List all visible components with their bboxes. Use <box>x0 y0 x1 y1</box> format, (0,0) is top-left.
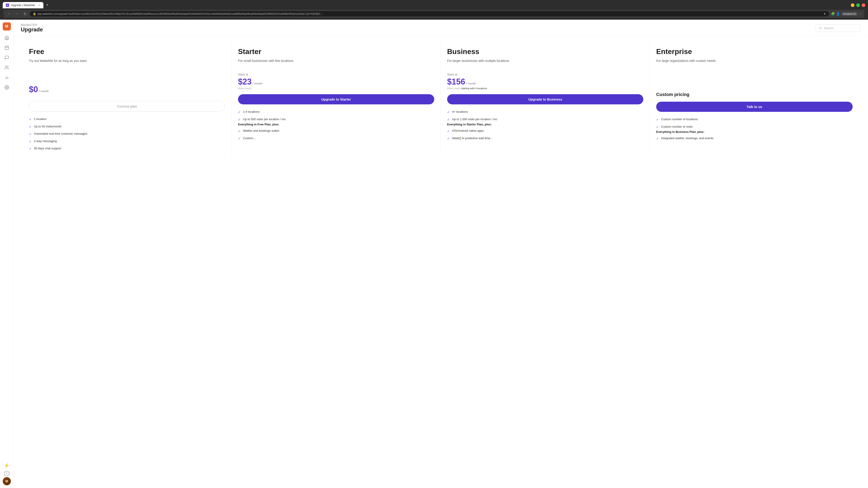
svg-line-10 <box>821 29 822 29</box>
business-starts-at: Starts at <box>447 73 643 76</box>
sidebar-item-home[interactable] <box>2 33 11 42</box>
check-icon: ✓ <box>447 136 450 141</box>
business-features-list: ✓ 4+ locations ✓ Up to 1,000 visits per … <box>447 110 643 122</box>
free-price-row: $0 / month <box>29 85 225 94</box>
browser-chrome: W Upgrade | Waitwhile × + ← → ↻ 🔒 app.wa… <box>0 0 868 20</box>
plan-starter: Starter For small businesses with few lo… <box>232 43 441 156</box>
check-icon: ✓ <box>238 118 241 122</box>
enterprise-plan-name: Enterprise <box>656 47 852 56</box>
business-plan-name: Business <box>447 47 643 56</box>
check-icon: ✓ <box>447 129 450 133</box>
business-feature-1-text: 4+ locations <box>452 110 468 114</box>
business-extra-1-text: iOS/Android native apps <box>452 129 484 133</box>
business-price-row: $156 / month <box>447 77 643 87</box>
check-icon: ✓ <box>29 132 32 136</box>
header-left: Moodjoy7434 Upgrade <box>21 23 43 33</box>
plans-grid: Free Try out Waitwhile for as long as yo… <box>23 43 859 156</box>
starter-feature-1-text: 1-4 locations <box>243 110 260 114</box>
business-extra-feature-1: ✓ iOS/Android native apps <box>447 129 643 133</box>
tab-label: Upgrade | Waitwhile <box>11 4 35 7</box>
nav-actions: 🧩 👤 Incognito (2) ⋮ <box>831 12 862 15</box>
free-feature-1: ✓ 1 location <box>29 117 225 122</box>
business-extra-2-text: WaitIQ AI predictive wait time... <box>452 136 493 140</box>
enterprise-plan-desc: For large organizations with custom need… <box>656 59 852 69</box>
sidebar-lightning[interactable]: ⚡ <box>2 461 11 470</box>
page-header: Moodjoy7434 Upgrade Search... <box>13 20 868 36</box>
forward-button[interactable]: → <box>14 11 20 16</box>
starter-feature-2-text: Up to 500 visits per location / mo <box>243 117 286 121</box>
check-icon: ✓ <box>238 110 241 115</box>
sidebar-help[interactable]: ? <box>4 471 9 476</box>
maximize-button[interactable] <box>856 3 860 7</box>
starter-feature-1: ✓ 1-4 locations <box>238 110 434 115</box>
free-plan-desc: Try out Waitwhile for as long as you wan… <box>29 59 225 69</box>
starter-features-heading: Everything in Free Plan, plus: <box>238 123 434 126</box>
starter-extra-1-text: Waitlist and bookings suites <box>243 129 279 133</box>
business-period: / month <box>466 82 476 85</box>
browser-nav: ← → ↻ 🔒 app.waitwhile.com/upgrade?authTo… <box>4 10 864 18</box>
enterprise-feature-1-text: Custom number of locations <box>661 117 698 121</box>
free-price: $0 <box>29 85 38 94</box>
free-feature-3: ✓ Automated real time customer messages <box>29 132 225 136</box>
back-button[interactable]: ← <box>6 11 12 16</box>
starter-extra-features-list: ✓ Waitlist and bookings suites ✓ Custom.… <box>238 129 434 141</box>
plan-free: Free Try out Waitwhile for as long as yo… <box>23 43 232 156</box>
business-extra-feature-2: ✓ WaitIQ AI predictive wait time... <box>447 136 643 141</box>
active-tab[interactable]: W Upgrade | Waitwhile × <box>3 2 43 8</box>
plan-enterprise: Enterprise For large organizations with … <box>650 43 859 156</box>
upgrade-business-button[interactable]: Upgrade to Business <box>447 94 643 104</box>
sidebar-item-users[interactable] <box>2 63 11 72</box>
starter-features-list: ✓ 1-4 locations ✓ Up to 500 visits per l… <box>238 110 434 122</box>
enterprise-features-list: ✓ Custom number of locations ✓ Custom nu… <box>656 117 852 129</box>
check-icon: ✓ <box>29 125 32 129</box>
sidebar-item-calendar[interactable] <box>2 43 11 52</box>
svg-point-9 <box>819 27 822 29</box>
enterprise-extra-1-text: Integrated waitlist, bookings, and event… <box>661 136 713 140</box>
sidebar-user-avatar[interactable]: M <box>3 477 11 485</box>
svg-point-4 <box>5 66 7 68</box>
business-extra-features-list: ✓ iOS/Android native apps ✓ WaitIQ AI pr… <box>447 129 643 141</box>
close-button[interactable] <box>862 3 865 7</box>
sidebar-item-chat[interactable] <box>2 53 11 62</box>
new-tab-button[interactable]: + <box>44 2 51 8</box>
enterprise-feature-1: ✓ Custom number of locations <box>656 117 852 122</box>
menu-icon[interactable]: ⋮ <box>859 12 862 15</box>
free-feature-5: ✓ 30 days chat support <box>29 147 225 151</box>
check-icon: ✓ <box>447 118 450 122</box>
app-container: M ⚡ ? M Moodj <box>0 20 868 488</box>
business-feature-2: ✓ Up to 1,000 visits per location / mo <box>447 117 643 122</box>
browser-tabs: W Upgrade | Waitwhile × + <box>3 2 51 8</box>
window-controls <box>851 3 865 7</box>
enterprise-feature-2: ✓ Custom number of visits <box>656 125 852 129</box>
business-features-heading: Everything in Starter Plan, plus: <box>447 123 643 126</box>
business-plan-desc: For larger businesses with multiple loca… <box>447 59 643 69</box>
incognito-badge: Incognito (2) <box>841 12 858 15</box>
starter-extra-feature-1: ✓ Waitlist and bookings suites <box>238 129 434 133</box>
profile-icon: 👤 <box>836 12 840 15</box>
upgrade-starter-button[interactable]: Upgrade to Starter <box>238 94 434 104</box>
url-bar[interactable]: 🔒 app.waitwhile.com/upgrade?authToken=ey… <box>30 11 829 17</box>
starter-period: / month <box>252 82 262 85</box>
starter-starts-at: Starts at <box>238 73 434 76</box>
enterprise-talk-button[interactable]: Talk to us <box>656 102 852 112</box>
free-plan-name: Free <box>29 47 225 56</box>
sidebar-bottom: ⚡ ? M <box>2 461 11 485</box>
sidebar-item-settings[interactable] <box>2 83 11 92</box>
tab-favicon: W <box>6 4 9 7</box>
svg-rect-0 <box>5 46 8 50</box>
extensions-icon: 🧩 <box>831 12 835 15</box>
business-billing: Billed yearly starting with 4 locations <box>447 87 643 90</box>
search-bar[interactable]: Search... <box>815 24 861 32</box>
minimize-button[interactable] <box>851 3 855 7</box>
check-icon: ✓ <box>656 118 659 122</box>
refresh-button[interactable]: ↻ <box>22 11 28 17</box>
main-content: Moodjoy7434 Upgrade Search... Free Try o… <box>13 20 868 488</box>
sidebar-item-analytics[interactable] <box>2 73 11 82</box>
free-period: / month <box>39 90 49 93</box>
check-icon: ✓ <box>656 125 659 129</box>
tab-close-button[interactable]: × <box>38 3 40 7</box>
plan-business: Business For larger businesses with mult… <box>441 43 650 156</box>
starter-feature-2: ✓ Up to 500 visits per location / mo <box>238 117 434 122</box>
starter-price: $23 <box>238 77 252 87</box>
free-feature-1-text: 1 location <box>34 117 46 121</box>
